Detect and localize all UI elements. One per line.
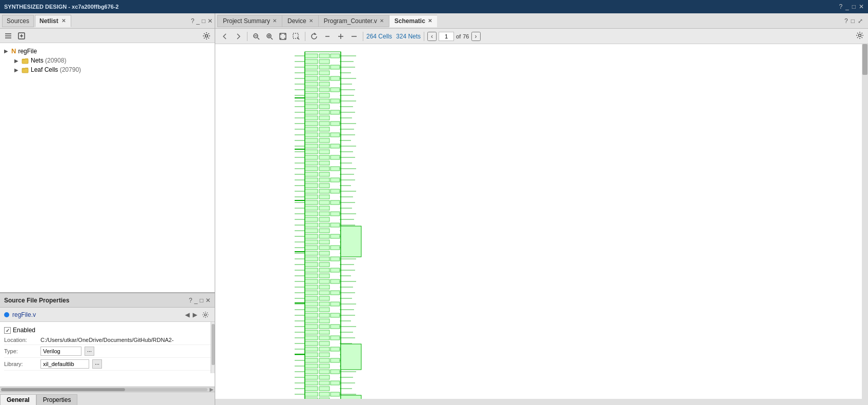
program-counter-close[interactable]: ✕ <box>380 18 384 24</box>
nets-item[interactable]: ▶ Nets (20908) <box>0 56 215 65</box>
tab-properties[interactable]: Properties <box>36 394 78 405</box>
add-btn[interactable] <box>335 31 346 42</box>
svg-rect-273 <box>305 364 318 368</box>
left-help-icon[interactable]: ? <box>191 17 194 25</box>
svg-rect-223 <box>305 302 318 306</box>
library-input[interactable] <box>40 359 89 369</box>
svg-rect-297 <box>330 392 340 396</box>
props-scrollbar-track <box>211 322 215 373</box>
project-summary-close[interactable]: ✕ <box>273 18 277 24</box>
svg-rect-27 <box>330 54 340 58</box>
svg-rect-206 <box>319 279 329 284</box>
location-value: C:/Users/utkar/OneDrive/Documents/GitHub… <box>40 337 211 343</box>
props-minimize-icon[interactable]: _ <box>194 297 198 304</box>
svg-rect-98 <box>319 144 329 148</box>
svg-rect-270 <box>330 358 340 362</box>
type-input[interactable] <box>40 347 81 356</box>
page-number-input[interactable] <box>439 32 454 41</box>
schematic-scrollbar-horizontal[interactable] <box>215 399 862 405</box>
left-float-icon[interactable]: □ <box>202 17 205 25</box>
library-browse-btn[interactable]: ··· <box>92 359 102 369</box>
fit-btn[interactable] <box>277 31 288 42</box>
tab-sources[interactable]: Sources <box>2 15 34 27</box>
svg-rect-318 <box>341 226 361 257</box>
svg-rect-143 <box>319 200 329 205</box>
remove-btn[interactable] <box>348 31 360 42</box>
netlist-tab-label: Netlist <box>39 17 58 25</box>
svg-rect-99 <box>330 144 340 148</box>
file-settings-btn[interactable] <box>200 310 211 320</box>
schematic-close[interactable]: ✕ <box>428 18 432 24</box>
location-label: Location: <box>4 337 37 343</box>
help-btn[interactable]: ? <box>839 3 842 10</box>
tool-btn[interactable] <box>322 31 333 42</box>
tree-root-item[interactable]: ▶ N regFile <box>0 46 215 56</box>
library-row: Library: ··· <box>4 358 211 371</box>
type-label: Type: <box>4 348 37 354</box>
refresh-btn[interactable] <box>308 31 320 42</box>
tab-project-summary[interactable]: Project Summary ✕ <box>217 15 282 27</box>
device-close[interactable]: ✕ <box>309 18 313 24</box>
props-help-icon[interactable]: ? <box>189 297 192 304</box>
tab-device[interactable]: Device ✕ <box>282 15 318 27</box>
svg-rect-76 <box>319 116 329 120</box>
back-btn[interactable] <box>219 31 231 42</box>
schematic-thumb-vertical[interactable] <box>862 44 867 75</box>
forward-btn[interactable] <box>233 31 244 42</box>
prev-file-btn[interactable]: ◀ <box>185 311 190 318</box>
svg-rect-35 <box>319 65 329 69</box>
tab-general[interactable]: General <box>0 394 36 405</box>
zoom-in-btn[interactable] <box>264 31 275 42</box>
svg-rect-224 <box>319 302 329 306</box>
right-float-icon[interactable]: □ <box>851 17 855 25</box>
svg-rect-142 <box>305 200 318 205</box>
leaf-cells-item[interactable]: ▶ Leaf Cells (20790) <box>0 65 215 74</box>
svg-rect-205 <box>305 279 318 284</box>
left-scroll-thumb[interactable] <box>1 388 125 391</box>
project-summary-label: Project Summary <box>223 17 270 25</box>
select-region-btn[interactable] <box>291 31 302 42</box>
collapse-all-btn[interactable] <box>3 31 13 41</box>
props-float-icon[interactable]: □ <box>200 297 203 304</box>
svg-rect-116 <box>319 167 329 171</box>
enabled-checkbox[interactable]: ✓ <box>4 327 11 334</box>
props-close-icon[interactable]: ✕ <box>205 297 211 304</box>
svg-rect-216 <box>330 291 340 295</box>
svg-rect-36 <box>330 65 340 69</box>
left-minimize-icon[interactable]: _ <box>196 17 200 25</box>
sep3 <box>363 32 363 41</box>
netlist-tab-close[interactable]: ✕ <box>60 18 67 24</box>
right-maximize-icon[interactable]: ⤢ <box>858 17 863 25</box>
expand-btn[interactable] <box>16 31 27 41</box>
svg-rect-214 <box>305 291 318 295</box>
schematic-canvas[interactable] <box>215 44 868 405</box>
minimize-btn[interactable]: _ <box>845 3 849 10</box>
prev-page-btn[interactable]: ‹ <box>427 32 437 41</box>
svg-rect-220 <box>319 296 329 300</box>
type-browse-btn[interactable]: ··· <box>85 347 94 356</box>
tab-netlist[interactable]: Netlist ✕ <box>35 15 71 27</box>
svg-rect-156 <box>305 217 318 221</box>
svg-rect-169 <box>305 234 318 238</box>
schematic-settings-btn[interactable] <box>856 31 864 41</box>
svg-rect-259 <box>305 347 318 351</box>
right-help-icon[interactable]: ? <box>844 17 848 25</box>
settings-btn[interactable] <box>201 31 212 41</box>
maximize-btn[interactable]: □ <box>852 3 856 10</box>
next-file-btn[interactable]: ▶ <box>193 311 197 318</box>
svg-rect-139 <box>319 195 329 199</box>
svg-rect-252 <box>330 336 340 340</box>
svg-rect-233 <box>319 313 329 317</box>
left-close-icon[interactable]: ✕ <box>208 17 213 25</box>
enabled-row: ✓ Enabled <box>4 325 211 335</box>
nets-count: 324 Nets <box>396 33 421 40</box>
svg-rect-148 <box>319 206 329 210</box>
next-page-btn[interactable]: › <box>471 32 481 41</box>
tab-schematic[interactable]: Schematic ✕ <box>389 15 437 27</box>
svg-rect-107 <box>319 155 329 159</box>
left-scroll-inner <box>1 388 208 391</box>
close-btn[interactable]: ✕ <box>859 3 864 10</box>
schematic-scrollbar-vertical[interactable] <box>862 44 868 405</box>
tab-program-counter[interactable]: Program_Counter.v ✕ <box>318 15 389 27</box>
zoom-out-btn[interactable] <box>251 31 262 42</box>
